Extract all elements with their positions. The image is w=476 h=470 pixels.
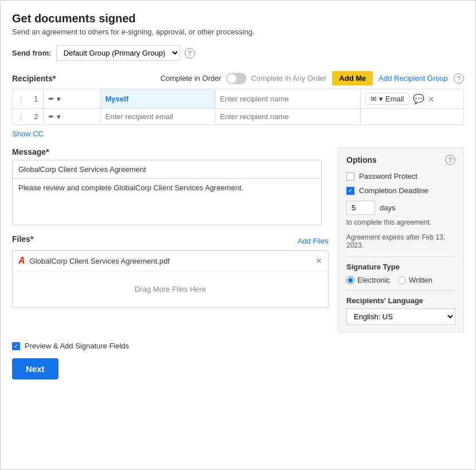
options-help-icon[interactable]: ? — [445, 155, 455, 165]
completion-deadline-row: Completion Deadline — [346, 186, 455, 195]
recipients-header: Recipients* Complete in Order Complete i… — [12, 71, 464, 85]
myself-label: Myself — [106, 95, 128, 103]
email-label-1: Email — [385, 95, 404, 103]
file-close-icon[interactable]: ✕ — [315, 256, 322, 265]
main-layout: Message* GlobalCorp Client Services Agre… — [12, 147, 464, 332]
recipients-table: ⋮ 1 ✒ ▾ Myself ✉ ▾ Email — [12, 89, 464, 125]
order-row: Complete in Order Complete in Any Order — [161, 73, 327, 84]
recipients-language-label: Recipients' Language — [346, 296, 455, 305]
message-label: Message* — [12, 147, 329, 156]
row-num-2: 2 — [29, 109, 43, 125]
role-cell-1[interactable]: ✒ ▾ — [43, 89, 100, 109]
options-box: Options ? Password Protect Completion De… — [338, 147, 464, 332]
name-input-1[interactable] — [220, 95, 356, 103]
action-chevron-1: ▾ — [379, 95, 383, 103]
email-badge-1[interactable]: ✉ ▾ Email — [365, 93, 409, 105]
files-header: Files* Add Files — [12, 234, 329, 247]
left-col: Message* GlobalCorp Client Services Agre… — [12, 147, 329, 332]
add-me-button[interactable]: Add Me — [332, 71, 373, 85]
envelope-icon-1: ✉ — [370, 95, 377, 103]
message-box: GlobalCorp Client Services Agreement Ple… — [12, 160, 322, 225]
name-input-2[interactable] — [220, 112, 356, 121]
toggle-knob — [227, 74, 236, 83]
role-selector-1[interactable]: ✒ ▾ — [48, 95, 96, 103]
expire-note-2: Agreement expires after Feb 13, 2023. — [346, 233, 455, 249]
page-subtitle: Send an agreement to others for e-signin… — [12, 28, 464, 36]
written-radio-circle[interactable] — [398, 276, 406, 284]
role-icon-1: ✒ — [48, 95, 54, 103]
days-label: days — [380, 203, 395, 212]
role-icon-2: ✒ — [48, 112, 54, 121]
radio-row: Electronic Written — [346, 276, 455, 284]
days-input[interactable] — [346, 201, 375, 215]
password-protect-label: Password Protect — [359, 172, 418, 181]
complete-any-order-label: Complete in Any Order — [251, 74, 327, 83]
complete-in-order-label: Complete in Order — [161, 74, 221, 83]
options-header: Options ? — [346, 155, 455, 165]
language-select[interactable]: English: US — [346, 308, 455, 325]
written-radio[interactable]: Written — [398, 276, 432, 284]
days-row: days — [346, 201, 455, 215]
role-selector-2[interactable]: ✒ ▾ — [48, 112, 96, 121]
next-button[interactable]: Next — [12, 358, 58, 379]
preview-checkbox[interactable] — [12, 342, 20, 350]
written-label: Written — [409, 276, 432, 284]
send-from-label: Send from: — [12, 49, 52, 57]
acrobat-icon: A — [18, 256, 25, 266]
close-icon-1[interactable]: ✕ — [428, 95, 435, 104]
password-protect-checkbox[interactable] — [346, 173, 354, 181]
files-section: Files* Add Files A GlobalCorp Client Ser… — [12, 234, 329, 308]
sig-type-label: Signature Type — [346, 263, 455, 271]
drag-handle-1[interactable]: ⋮ — [13, 89, 30, 109]
message-section: Message* GlobalCorp Client Services Agre… — [12, 147, 329, 225]
options-title: Options — [346, 155, 377, 164]
electronic-radio[interactable]: Electronic — [346, 276, 390, 284]
files-box: A GlobalCorp Client Services Agreement.p… — [12, 250, 329, 308]
action-cell-2 — [361, 109, 464, 125]
file-item: A GlobalCorp Client Services Agreement.p… — [13, 251, 328, 271]
completion-deadline-label: Completion Deadline — [359, 186, 428, 195]
email-cell-2[interactable] — [100, 109, 215, 125]
expire-note-1: to complete this agreement. — [346, 218, 455, 226]
complete-in-order-toggle[interactable] — [226, 73, 247, 84]
divider-1 — [346, 256, 455, 257]
divider-2 — [346, 290, 455, 291]
recipients-label: Recipients* — [12, 74, 56, 83]
right-col: Options ? Password Protect Completion De… — [338, 147, 464, 332]
page-title: Get documents signed — [12, 12, 464, 25]
add-files-link[interactable]: Add Files — [298, 237, 329, 245]
password-protect-row: Password Protect — [346, 172, 455, 181]
row-num-1: 1 — [29, 89, 43, 109]
action-cell-1: ✉ ▾ Email 💬 ✕ — [361, 89, 464, 109]
electronic-radio-circle[interactable] — [346, 276, 354, 284]
preview-row: Preview & Add Signature Fields — [12, 342, 464, 350]
message-body[interactable]: Please review and complete GlobalCorp Cl… — [13, 179, 321, 225]
email-action-1: ✉ ▾ Email 💬 ✕ — [365, 93, 459, 105]
role-chevron-1: ▾ — [57, 95, 61, 103]
file-name: GlobalCorp Client Services Agreement.pdf — [30, 257, 311, 265]
message-subject[interactable]: GlobalCorp Client Services Agreement — [13, 160, 321, 179]
send-from-select[interactable]: Default Group (Primary Group) — [56, 45, 180, 61]
table-row: ⋮ 2 ✒ ▾ — [13, 109, 464, 125]
drag-drop-area[interactable]: Drag More Files Here — [13, 271, 328, 307]
completion-deadline-checkbox[interactable] — [346, 187, 354, 195]
message-icon-1[interactable]: 💬 — [413, 93, 424, 104]
recipients-controls: Complete in Order Complete in Any Order … — [161, 71, 464, 85]
name-cell-1[interactable] — [215, 89, 361, 109]
send-from-help-icon[interactable]: ? — [185, 48, 195, 58]
add-recipient-group-button[interactable]: Add Recipient Group — [379, 74, 448, 83]
role-cell-2[interactable]: ✒ ▾ — [43, 109, 100, 125]
electronic-label: Electronic — [357, 276, 390, 284]
recipients-help-icon[interactable]: ? — [454, 73, 464, 84]
preview-label: Preview & Add Signature Fields — [25, 342, 129, 350]
table-row: ⋮ 1 ✒ ▾ Myself ✉ ▾ Email — [13, 89, 464, 109]
drag-handle-2[interactable]: ⋮ — [13, 109, 30, 125]
role-chevron-2: ▾ — [57, 112, 61, 121]
show-cc-link[interactable]: Show CC — [12, 130, 44, 138]
files-label: Files* — [12, 234, 33, 244]
email-input-2[interactable] — [106, 112, 210, 121]
send-from-row: Send from: Default Group (Primary Group)… — [12, 45, 464, 61]
email-cell-1[interactable]: Myself — [100, 89, 215, 109]
name-cell-2[interactable] — [215, 109, 361, 125]
